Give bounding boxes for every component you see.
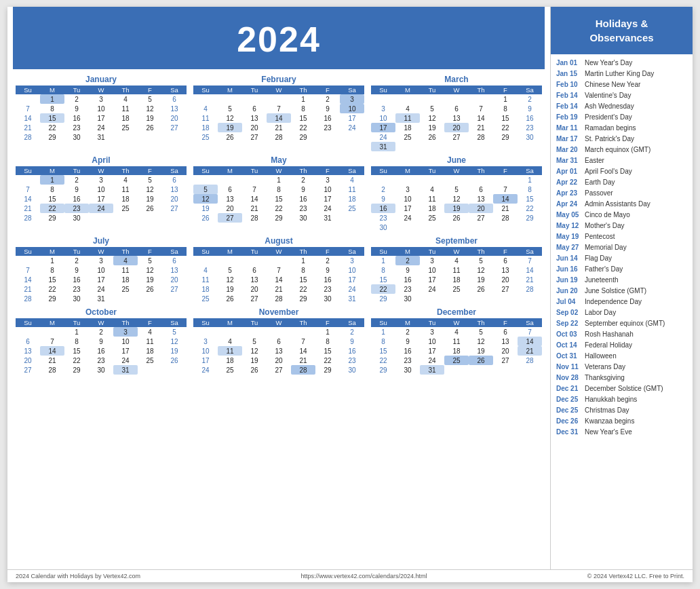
holiday-item: Dec 26Kwanzaa begins <box>556 417 687 426</box>
holiday-name: Memorial Day <box>585 243 627 252</box>
holiday-item: Feb 14Ash Wednesday <box>556 102 687 111</box>
month-title: November <box>193 307 364 317</box>
holiday-date: Apr 01 <box>556 167 585 176</box>
holiday-date: Nov 28 <box>556 373 585 383</box>
month-march: MarchSuMTuWThFSa123456789101112131415161… <box>371 75 542 151</box>
holiday-date: May 05 <box>556 210 585 220</box>
footer: 2024 Calendar with Holidays by Vertex42.… <box>7 569 693 582</box>
holiday-item: Feb 14Valentine's Day <box>556 91 687 100</box>
month-july: JulySuMTuWThFSa1234567891011121314151617… <box>16 236 187 303</box>
holiday-item: Dec 25Christmas Day <box>556 406 687 415</box>
holiday-item: Jun 20June Solstice (GMT) <box>556 286 687 296</box>
holiday-item: Jun 14Flag Day <box>556 254 687 263</box>
holiday-name: Earth Day <box>585 178 615 187</box>
holiday-date: Jan 15 <box>556 69 585 79</box>
holiday-name: Labor Day <box>585 308 616 318</box>
holiday-date: May 27 <box>556 243 585 252</box>
month-title: March <box>371 75 542 84</box>
holiday-item: Oct 31Halloween <box>556 352 687 361</box>
holiday-date: Jun 14 <box>556 254 585 263</box>
holiday-date: Dec 31 <box>556 428 585 437</box>
holiday-name: March equinox (GMT) <box>585 145 650 155</box>
holiday-date: Apr 24 <box>556 200 585 209</box>
holiday-date: Sep 22 <box>556 319 585 328</box>
holiday-name: New Year's Eve <box>585 428 632 437</box>
holiday-name: Thanksgiving <box>585 373 625 383</box>
holiday-date: Mar 11 <box>556 124 585 133</box>
month-february: FebruarySuMTuWThFSa123456789101112131415… <box>193 75 364 151</box>
main-content: 2024 JanuarySuMTuWThFSa12345678910111213… <box>7 7 693 569</box>
holiday-item: Sep 22September equinox (GMT) <box>556 319 687 328</box>
holiday-date: Dec 25 <box>556 395 585 404</box>
holiday-date: Feb 14 <box>556 91 585 100</box>
holiday-date: Mar 31 <box>556 156 585 166</box>
holiday-item: Dec 21December Solstice (GMT) <box>556 384 687 394</box>
month-title: April <box>16 155 187 165</box>
holiday-item: Jun 19Juneteenth <box>556 276 687 285</box>
holiday-name: New Year's Day <box>585 58 632 68</box>
month-title: June <box>371 155 542 165</box>
month-august: AugustSuMTuWThFSa12345678910111213141516… <box>193 236 364 303</box>
holiday-date: Feb 14 <box>556 102 585 111</box>
holiday-date: Oct 14 <box>556 341 585 350</box>
holiday-date: Jun 19 <box>556 276 585 285</box>
holiday-item: Jan 01New Year's Day <box>556 58 687 68</box>
holiday-date: Jul 04 <box>556 297 585 307</box>
holiday-name: Christmas Day <box>585 406 629 415</box>
month-title: May <box>193 155 364 165</box>
month-title: October <box>16 307 187 317</box>
holiday-date: Jan 01 <box>556 58 585 68</box>
holiday-name: Kwanzaa begins <box>585 417 634 426</box>
month-april: AprilSuMTuWThFSa123456789101112131415161… <box>16 155 187 232</box>
holiday-name: Chinese New Year <box>585 80 640 90</box>
holiday-name: June Solstice (GMT) <box>585 286 646 296</box>
holiday-date: May 19 <box>556 232 585 242</box>
holiday-item: Dec 25Hanukkah begins <box>556 395 687 404</box>
holiday-name: Veterans Day <box>585 362 625 372</box>
holiday-date: Apr 22 <box>556 178 585 187</box>
holidays-list: Jan 01New Year's DayJan 15Martin Luther … <box>551 54 693 442</box>
month-october: OctoberSuMTuWThFSa1234567891011121314151… <box>16 307 187 375</box>
holiday-name: Flag Day <box>585 254 612 263</box>
holiday-name: Cinco de Mayo <box>585 210 630 220</box>
holiday-date: Dec 26 <box>556 417 585 426</box>
holiday-date: May 12 <box>556 221 585 231</box>
holiday-date: Dec 25 <box>556 406 585 415</box>
holiday-date: Nov 11 <box>556 362 585 372</box>
holiday-item: Feb 19President's Day <box>556 113 687 122</box>
month-january: JanuarySuMTuWThFSa1234567891011121314151… <box>16 75 187 151</box>
holiday-item: Mar 31Easter <box>556 156 687 166</box>
holiday-item: Jun 16Father's Day <box>556 265 687 274</box>
holiday-name: Ramadan begins <box>585 124 636 133</box>
holiday-item: Mar 20March equinox (GMT) <box>556 145 687 155</box>
holiday-date: Jun 16 <box>556 265 585 274</box>
holiday-date: Feb 10 <box>556 80 585 90</box>
holiday-name: Ash Wednesday <box>585 102 634 111</box>
holiday-item: May 12Mother's Day <box>556 221 687 231</box>
holiday-date: Oct 03 <box>556 330 585 339</box>
holiday-name: Mother's Day <box>585 221 625 231</box>
sidebar-header: Holidays &Observances <box>551 7 693 54</box>
holiday-item: Mar 17St. Patrick's Day <box>556 134 687 144</box>
month-title: February <box>193 75 364 84</box>
holiday-name: Hanukkah begins <box>585 395 637 404</box>
holiday-name: Passover <box>585 189 613 198</box>
sidebar: Holidays &Observances Jan 01New Year's D… <box>550 7 693 569</box>
holiday-name: Valentine's Day <box>585 91 631 100</box>
month-november: NovemberSuMTuWThFSa123456789101112131415… <box>193 307 364 375</box>
month-may: MaySuMTuWThFSa12345678910111213141516171… <box>193 155 364 232</box>
months-grid: JanuarySuMTuWThFSa1234567891011121314151… <box>13 75 545 375</box>
month-title: July <box>16 236 187 246</box>
holiday-date: Apr 23 <box>556 189 585 198</box>
holiday-name: December Solstice (GMT) <box>585 384 663 394</box>
holiday-name: Federal Holiday <box>585 341 632 350</box>
holiday-item: Apr 24Admin Assistants Day <box>556 200 687 209</box>
holiday-item: Feb 10Chinese New Year <box>556 80 687 90</box>
footer-center: https://www.vertex42.com/calendars/2024.… <box>300 573 427 580</box>
holiday-date: Feb 19 <box>556 113 585 122</box>
holiday-date: Sep 02 <box>556 308 585 318</box>
holiday-item: Oct 14Federal Holiday <box>556 341 687 350</box>
holiday-item: May 05Cinco de Mayo <box>556 210 687 220</box>
holiday-item: Dec 31New Year's Eve <box>556 428 687 437</box>
holiday-name: President's Day <box>585 113 632 122</box>
